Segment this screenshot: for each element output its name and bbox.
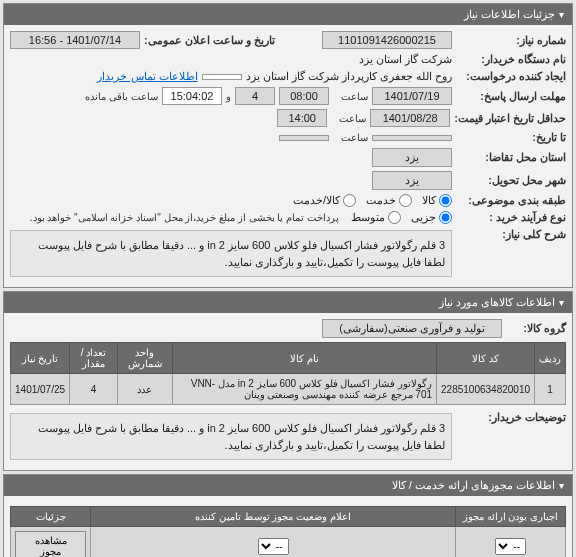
purchase-type-radios: جزیی متوسط bbox=[351, 211, 452, 224]
permits-header[interactable]: ▾ اطلاعات مجوزهای ارائه خدمت / کالا bbox=[4, 475, 572, 496]
remaining-label: ساعت باقی مانده bbox=[85, 91, 158, 102]
mandatory-select[interactable]: -- bbox=[495, 538, 526, 555]
radio-both-input[interactable] bbox=[343, 194, 356, 207]
delivery-date-value bbox=[372, 135, 452, 141]
radio-service[interactable]: خدمت bbox=[366, 194, 412, 207]
radio-both[interactable]: کالا/خدمت bbox=[293, 194, 356, 207]
validity-date-value: 1401/08/28 bbox=[370, 109, 450, 127]
radio-medium-label: متوسط bbox=[351, 211, 385, 224]
cell-date: 1401/07/25 bbox=[11, 374, 70, 405]
wa-label: و bbox=[226, 91, 231, 102]
response-time-value: 08:00 bbox=[279, 87, 329, 105]
cell-code: 2285100634820010 bbox=[437, 374, 535, 405]
delivery-time-value bbox=[279, 135, 329, 141]
time-label-1: ساعت bbox=[333, 91, 368, 102]
request-city-label: استان محل تقاضا: bbox=[456, 151, 566, 164]
radio-partial-label: جزیی bbox=[411, 211, 436, 224]
cell-name: رگولاتور فشار اکسیال فلو کلاس 600 سایز i… bbox=[172, 374, 436, 405]
goods-info-title: اطلاعات کالاهای مورد نیاز bbox=[439, 296, 555, 309]
summary-label: شرح کلی نیاز: bbox=[456, 228, 566, 241]
need-number-value: 1101091426000215 bbox=[322, 31, 452, 49]
radio-service-input[interactable] bbox=[399, 194, 412, 207]
need-info-body: شماره نیاز: 1101091426000215 تاریخ و ساع… bbox=[4, 25, 572, 287]
radio-service-label: خدمت bbox=[366, 194, 396, 207]
permits-panel: ▾ اطلاعات مجوزهای ارائه خدمت / کالا اجبا… bbox=[3, 474, 573, 557]
col-name: نام کالا bbox=[172, 343, 436, 374]
subject-type-label: طبقه بندی موضوعی: bbox=[456, 194, 566, 207]
announce-date-value: 1401/07/14 - 16:56 bbox=[10, 31, 140, 49]
requester-value: روح الله جعفری کارپرداز شرکت گاز استان ی… bbox=[246, 70, 452, 83]
radio-partial[interactable]: جزیی bbox=[411, 211, 452, 224]
time-label-3: ساعت bbox=[333, 132, 368, 143]
radio-goods-label: کالا bbox=[422, 194, 436, 207]
subject-type-radios: کالا خدمت کالا/خدمت bbox=[293, 194, 452, 207]
buyer-notes-text: 3 قلم رگولاتور فشار اکسیال فلو کلاس 600 … bbox=[10, 413, 452, 460]
radio-goods-input[interactable] bbox=[439, 194, 452, 207]
view-permit-button[interactable]: مشاهده مجوز bbox=[15, 531, 86, 557]
buyer-notes-label: توضیحات خریدار: bbox=[456, 411, 566, 424]
permits-body: اجباری بودن ارائه مجوز اعلام وضعیت مجوز … bbox=[4, 496, 572, 557]
radio-both-label: کالا/خدمت bbox=[293, 194, 340, 207]
announce-date-label: تاریخ و ساعت اعلان عمومی: bbox=[144, 34, 275, 47]
delivery-date-label: تا تاریخ: bbox=[456, 131, 566, 144]
goods-table-header-row: ردیف کد کالا نام کالا واحد شمارش تعداد /… bbox=[11, 343, 566, 374]
cell-idx: 1 bbox=[535, 374, 566, 405]
days-count-value: 4 bbox=[235, 87, 275, 105]
min-validity-label: حداقل تاریخ اعتبار قیمت: bbox=[454, 112, 566, 125]
cell-details: مشاهده مجوز bbox=[11, 527, 91, 558]
permits-title: اطلاعات مجوزهای ارائه خدمت / کالا bbox=[392, 479, 555, 492]
col-status: اعلام وضعیت مجوز توسط تامین کننده bbox=[91, 507, 456, 527]
collapse-icon: ▾ bbox=[559, 480, 564, 491]
need-info-panel: ▾ جزئیات اطلاعات نیاز شماره نیاز: 110109… bbox=[3, 3, 573, 288]
collapse-icon: ▾ bbox=[559, 9, 564, 20]
radio-medium-input[interactable] bbox=[388, 211, 401, 224]
cell-mandatory: -- bbox=[456, 527, 566, 558]
response-deadline-label: مهلت ارسال پاسخ: bbox=[456, 90, 566, 103]
cell-qty: 4 bbox=[70, 374, 118, 405]
goods-info-header[interactable]: ▾ اطلاعات کالاهای مورد نیاز bbox=[4, 292, 572, 313]
need-info-header[interactable]: ▾ جزئیات اطلاعات نیاز bbox=[4, 4, 572, 25]
time-label-2: ساعت bbox=[331, 113, 366, 124]
empty-field bbox=[202, 74, 242, 80]
status-select[interactable]: -- bbox=[258, 538, 289, 555]
permits-table: اجباری بودن ارائه مجوز اعلام وضعیت مجوز … bbox=[10, 506, 566, 557]
col-code: کد کالا bbox=[437, 343, 535, 374]
request-city-value: یزد bbox=[372, 148, 452, 167]
goods-info-panel: ▾ اطلاعات کالاهای مورد نیاز گروه کالا: ت… bbox=[3, 291, 573, 471]
col-details: جزئیات bbox=[11, 507, 91, 527]
delivery-city-value: یزد bbox=[372, 171, 452, 190]
cell-unit: عدد bbox=[117, 374, 172, 405]
buyer-org-label: نام دستگاه خریدار: bbox=[456, 53, 566, 66]
col-row: ردیف bbox=[535, 343, 566, 374]
validity-time-value: 14:00 bbox=[277, 109, 327, 127]
table-row: -- -- مشاهده مجوز bbox=[11, 527, 566, 558]
col-unit: واحد شمارش bbox=[117, 343, 172, 374]
radio-medium[interactable]: متوسط bbox=[351, 211, 401, 224]
permits-header-row: اجباری بودن ارائه مجوز اعلام وضعیت مجوز … bbox=[11, 507, 566, 527]
goods-table: ردیف کد کالا نام کالا واحد شمارش تعداد /… bbox=[10, 342, 566, 405]
group-label: گروه کالا: bbox=[506, 322, 566, 335]
purchase-note: پرداخت تمام یا بخشی از مبلغ خرید،از محل … bbox=[30, 212, 339, 223]
cell-status: -- bbox=[91, 527, 456, 558]
buyer-org-value: شرکت گاز استان یزد bbox=[359, 53, 452, 66]
requester-label: ایجاد کننده درخواست: bbox=[456, 70, 566, 83]
radio-partial-input[interactable] bbox=[439, 211, 452, 224]
radio-goods[interactable]: کالا bbox=[422, 194, 452, 207]
col-qty: تعداد / مقدار bbox=[70, 343, 118, 374]
summary-text: 3 قلم رگولاتور فشار اکسیال فلو کلاس 600 … bbox=[10, 230, 452, 277]
contact-buyer-link[interactable]: اطلاعات تماس خریدار bbox=[97, 70, 197, 83]
need-number-label: شماره نیاز: bbox=[456, 34, 566, 47]
group-value: تولید و فرآوری صنعتی(سفارشی) bbox=[322, 319, 502, 338]
goods-info-body: گروه کالا: تولید و فرآوری صنعتی(سفارشی) … bbox=[4, 313, 572, 470]
table-row[interactable]: 1 2285100634820010 رگولاتور فشار اکسیال … bbox=[11, 374, 566, 405]
collapse-icon: ▾ bbox=[559, 297, 564, 308]
col-mandatory: اجباری بودن ارائه مجوز bbox=[456, 507, 566, 527]
delivery-city-label: شهر محل تحویل: bbox=[456, 174, 566, 187]
remaining-time-value: 15:04:02 bbox=[162, 87, 222, 105]
response-date-value: 1401/07/19 bbox=[372, 87, 452, 105]
purchase-type-label: نوع فرآیند خرید : bbox=[456, 211, 566, 224]
col-date: تاریخ نیاز bbox=[11, 343, 70, 374]
need-info-title: جزئیات اطلاعات نیاز bbox=[464, 8, 555, 21]
